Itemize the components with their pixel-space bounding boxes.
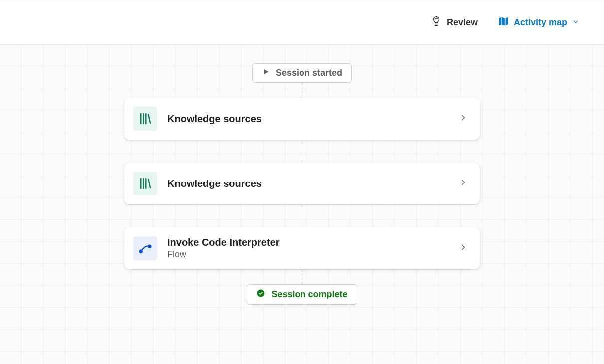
activity-map-label: Activity map bbox=[514, 17, 567, 28]
card-text: Knowledge sources bbox=[167, 178, 449, 189]
step-card[interactable]: Invoke Code Interpreter Flow bbox=[124, 227, 480, 269]
flow-icon bbox=[133, 236, 157, 260]
lightbulb-icon bbox=[431, 16, 442, 29]
connector bbox=[302, 140, 302, 163]
connector bbox=[302, 269, 302, 284]
books-icon bbox=[133, 172, 157, 195]
svg-point-2 bbox=[148, 245, 152, 249]
step-card[interactable]: Knowledge sources bbox=[124, 98, 480, 140]
review-label: Review bbox=[447, 17, 478, 28]
svg-marker-0 bbox=[264, 69, 268, 75]
header: Review Activity map bbox=[0, 0, 604, 45]
chevron-down-icon bbox=[572, 17, 579, 28]
activity-map-button[interactable]: Activity map bbox=[498, 16, 579, 29]
review-button[interactable]: Review bbox=[431, 16, 478, 29]
session-complete-pill: Session complete bbox=[247, 284, 357, 305]
card-title: Knowledge sources bbox=[167, 113, 449, 125]
card-title: Knowledge sources bbox=[167, 178, 449, 189]
chevron-right-icon bbox=[459, 178, 468, 189]
chevron-right-icon bbox=[459, 113, 468, 124]
books-icon bbox=[133, 107, 157, 131]
play-icon bbox=[262, 68, 270, 78]
card-text: Knowledge sources bbox=[167, 113, 449, 125]
step-card[interactable]: Knowledge sources bbox=[124, 163, 480, 204]
card-subtitle: Flow bbox=[167, 249, 449, 260]
svg-point-1 bbox=[139, 250, 143, 254]
session-started-label: Session started bbox=[276, 68, 342, 78]
card-title: Invoke Code Interpreter bbox=[167, 237, 449, 248]
connector bbox=[302, 204, 302, 227]
flow-column: Session started Knowledge sources bbox=[124, 63, 480, 305]
connector bbox=[302, 83, 302, 98]
activity-map-canvas[interactable]: Session started Knowledge sources bbox=[0, 45, 604, 364]
session-complete-label: Session complete bbox=[271, 289, 347, 300]
map-icon bbox=[498, 16, 509, 29]
chevron-right-icon bbox=[459, 243, 468, 254]
card-text: Invoke Code Interpreter Flow bbox=[167, 237, 449, 260]
session-started-pill: Session started bbox=[252, 63, 352, 83]
check-circle-icon bbox=[256, 289, 265, 300]
